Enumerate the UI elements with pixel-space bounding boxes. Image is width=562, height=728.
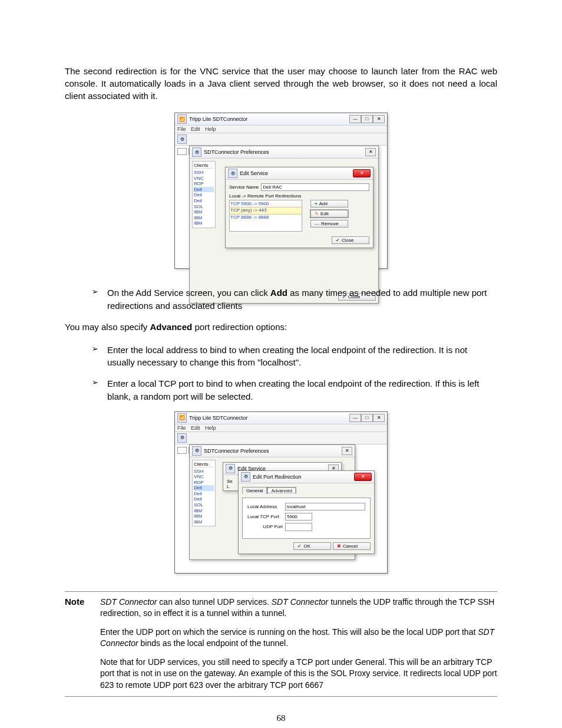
services-list[interactable]: Clients SSH VNC RDP Dell Dell Dell SOL I…	[192, 161, 216, 228]
redirections-label: Local -> Remote Port Redirections	[229, 193, 369, 199]
list-item[interactable]: SSH	[194, 469, 214, 475]
menu-edit[interactable]: Edit	[191, 126, 200, 132]
udp-port-label: UDP Port	[247, 524, 283, 529]
list-item[interactable]: IBM	[194, 519, 214, 525]
app-title: Tripp Lite SDTConnector	[189, 415, 247, 421]
local-address-input[interactable]: localhost	[285, 503, 365, 510]
list-item-selected[interactable]: Dell	[194, 485, 214, 491]
local-tcp-port-input[interactable]: 5900	[285, 513, 312, 521]
toolbar: ⚙	[175, 432, 387, 444]
prefs-close-button[interactable]: ✕	[365, 148, 376, 156]
redir-item[interactable]: TCP 8888 -> 8888	[230, 215, 301, 220]
list-item[interactable]: SSH	[194, 170, 214, 176]
bullet-local-tcp-port: Enter a local TCP port to bind to when c…	[98, 377, 497, 403]
note-paragraph: SDT Connector can also tunnel UDP servic…	[100, 597, 497, 620]
menu-help[interactable]: Help	[205, 126, 216, 132]
list-item[interactable]: RDP	[194, 480, 214, 486]
maximize-button[interactable]: □	[361, 115, 373, 123]
list-item[interactable]: IBM	[194, 508, 214, 514]
advanced-intro: You may also specify Advanced port redir…	[65, 321, 497, 333]
list-item[interactable]: SOL	[194, 502, 214, 508]
dialog-close-button[interactable]: ✕	[353, 169, 371, 177]
toolbar-icon[interactable]: ⚙	[177, 134, 187, 144]
dialog-icon: ⚙	[228, 169, 237, 178]
clients-header: Clients	[194, 163, 214, 169]
bullet-add-service: On the Add Service screen, you can click…	[98, 286, 497, 312]
services-list[interactable]: Clients SSH VNC RDP Dell Dell Dell SOL I…	[192, 460, 216, 527]
prefs-title-text: SDTConnector Preferences	[204, 448, 269, 454]
close-button[interactable]: ✔Close	[332, 236, 369, 244]
ok-button[interactable]: ✔OK	[293, 542, 331, 550]
note-paragraph: Note that for UDP services, you still ne…	[100, 657, 497, 691]
menu-edit[interactable]: Edit	[191, 425, 200, 431]
list-item[interactable]: IBM	[194, 209, 214, 215]
preferences-dialog: ⚙ SDTConnector Preferences ✕ Clients SSH…	[189, 146, 379, 304]
check-icon: ✔	[336, 238, 340, 243]
minimize-button[interactable]: —	[349, 414, 361, 422]
list-item[interactable]: IBM	[194, 215, 214, 221]
check-icon: ✔	[297, 543, 302, 549]
redir-item[interactable]: TCP 5900 -> 5900	[230, 201, 301, 207]
toolbar-icon[interactable]: ⚙	[177, 433, 187, 443]
service-name-input[interactable]: Dell RAC	[261, 183, 369, 191]
list-item[interactable]: SOL	[194, 204, 214, 210]
service-name-label: Service Name	[229, 185, 259, 190]
remove-button[interactable]: —Remove	[310, 220, 348, 228]
redirections-list[interactable]: TCP 5900 -> 5900 TCP (any) -> 443 TCP 88…	[229, 200, 302, 232]
dialog-close-button[interactable]: ✕	[354, 473, 372, 481]
menubar[interactable]: File Edit Help	[175, 126, 387, 133]
local-address-label: Local Address	[247, 504, 283, 509]
list-item[interactable]: Dell	[194, 496, 214, 502]
app-title: Tripp Lite SDTConnector	[189, 116, 247, 122]
list-item[interactable]: VNC	[194, 474, 214, 480]
redir-item-selected[interactable]: TCP (any) -> 443	[230, 207, 301, 214]
maximize-button[interactable]: □	[361, 414, 373, 422]
toolbar: ⚙	[175, 133, 387, 146]
minimize-button[interactable]: —	[349, 115, 361, 123]
intro-paragraph: The second redirection is for the VNC se…	[65, 65, 497, 102]
dialog-icon: ⚙	[241, 472, 250, 482]
list-item[interactable]: RDP	[194, 181, 214, 187]
prefs-close-button[interactable]: ✕	[342, 447, 352, 455]
menu-file[interactable]: File	[177, 126, 186, 132]
minus-icon: —	[315, 221, 319, 226]
tab-general[interactable]: General	[242, 487, 267, 494]
add-button[interactable]: +Add	[310, 200, 348, 207]
dialog-icon: ⚙	[226, 464, 235, 473]
edit-service-title: Edit Service	[240, 170, 268, 176]
close-button[interactable]: ✕	[373, 414, 385, 422]
tree-expand-icon[interactable]	[177, 447, 187, 454]
udp-port-input[interactable]	[285, 523, 312, 531]
menubar[interactable]: File Edit Help	[175, 424, 387, 432]
list-item[interactable]: Dell	[194, 192, 214, 198]
page-number: 68	[65, 713, 497, 723]
x-icon: ✖	[337, 543, 341, 549]
cancel-button[interactable]: ✖Cancel	[333, 542, 371, 550]
note-block: Note SDT Connector can also tunnel UDP s…	[65, 591, 497, 697]
screenshot-edit-port-redirection: 📶 Tripp Lite SDTConnector — □ ✕ File Edi…	[174, 411, 388, 574]
list-item-selected[interactable]: Dell	[194, 187, 214, 193]
list-item[interactable]: Dell	[194, 491, 214, 497]
close-button[interactable]: ✕	[373, 115, 385, 123]
main-window-titlebar: 📶 Tripp Lite SDTConnector — □ ✕	[175, 113, 387, 126]
edit-button[interactable]: ✎Edit	[310, 210, 348, 218]
list-item[interactable]: IBM	[194, 220, 214, 226]
list-item[interactable]: Dell	[194, 198, 214, 204]
tree-expand-icon[interactable]	[177, 148, 187, 155]
menu-help[interactable]: Help	[205, 425, 216, 431]
app-icon: 📶	[177, 413, 187, 423]
pencil-icon: ✎	[315, 211, 319, 216]
app-icon: 📶	[177, 114, 187, 124]
list-item[interactable]: VNC	[194, 176, 214, 182]
note-paragraph: Enter the UDP port on which the service …	[100, 627, 497, 650]
main-window-titlebar: 📶 Tripp Lite SDTConnector — □ ✕	[175, 412, 387, 424]
note-label: Note	[65, 597, 91, 691]
bullet-local-address: Enter the local address to bind to when …	[98, 344, 497, 370]
tab-advanced[interactable]: Advanced	[267, 487, 296, 494]
menu-file[interactable]: File	[177, 425, 186, 431]
prefs-icon: ⚙	[192, 147, 201, 157]
list-item[interactable]: IBM	[194, 513, 214, 519]
screenshot-edit-service: 📶 Tripp Lite SDTConnector — □ ✕ File Edi…	[174, 113, 388, 269]
edit-service-dialog: ⚙ Edit Service ✕ Service Name Dell RAC	[225, 167, 373, 248]
prefs-title-text: SDTConnector Preferences	[204, 149, 269, 155]
